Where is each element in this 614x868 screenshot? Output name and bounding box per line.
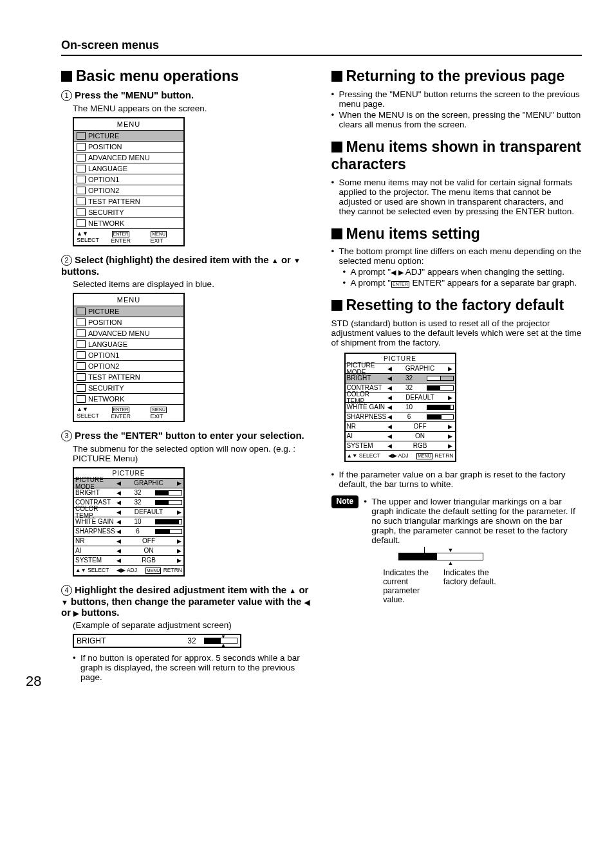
menu-item-icon (77, 154, 86, 162)
up-triangle-icon: ▲ (272, 257, 279, 264)
menu-item: POSITION (74, 317, 183, 328)
step4-note: •If no button is operated for approx. 5 … (73, 653, 312, 682)
returning-title: Returning to the previous page (331, 68, 582, 86)
picture-row: AI◀ON▶ (74, 546, 183, 555)
right-triangle-icon: ▶ (73, 609, 79, 617)
menu-item: NETWORK (74, 217, 183, 228)
section-header: On-screen menus (61, 39, 582, 56)
menu-item-icon (77, 187, 86, 194)
picture-menu-screenshot-2: PICTURE PICTURE MODE◀GRAPHIC▶BRIGHT◀32CO… (344, 353, 456, 462)
menu-item: SECURITY (74, 207, 183, 217)
menu-item: TEST PATTERN (74, 371, 183, 382)
picture-row: SYSTEM◀RGB▶ (74, 555, 183, 565)
step1-desc: The MENU appears on the screen. (73, 104, 312, 113)
menu-item: NETWORK (74, 393, 183, 404)
transparent-title: Menu items shown in transparent characte… (331, 138, 582, 174)
menu-item: POSITION (74, 141, 183, 152)
resetting-para: STD (standard) button is used to reset a… (331, 319, 582, 347)
menu-item-label: OPTION1 (88, 176, 119, 183)
menu-item: LANGUAGE (74, 163, 183, 174)
picture-row: COLOR TEMP.◀DEFAULT▶ (74, 507, 183, 517)
page-number: 28 (26, 673, 41, 690)
menu-item-label: OPTION2 (88, 362, 119, 370)
menu-item-label: NETWORK (88, 395, 124, 403)
menu-item-icon (77, 362, 86, 370)
basic-menu-title: Basic menu operations (61, 68, 312, 86)
picture-row: WHITE GAIN◀10 (346, 402, 455, 412)
step3-head: 3Press the "ENTER" button to enter your … (61, 430, 312, 441)
picture-row: SHARPNESS◀6 (346, 412, 455, 421)
picture-row: COLOR TEMP.◀DEFAULT▶ (346, 392, 455, 402)
left-triangle-icon: ◀ (391, 268, 396, 276)
right-triangle-icon: ▶ (398, 268, 404, 276)
right-column: Returning to the previous page •Pressing… (331, 68, 582, 683)
menu-item-label: OPTION2 (88, 187, 119, 194)
menu-screenshot-2: MENU PICTUREPOSITIONADVANCED MENULANGUAG… (73, 293, 185, 422)
menu-item: PICTURE (74, 306, 183, 317)
menu-item-label: TEST PATTERN (88, 198, 140, 205)
down-triangle-icon: ▼ (448, 547, 454, 553)
menu-item-label: SECURITY (88, 208, 124, 216)
step4-head: 4Highlight the desired adjustment item w… (61, 584, 312, 618)
menu-item-icon (77, 384, 86, 392)
menu-item: OPTION1 (74, 349, 183, 360)
menu-item-icon (77, 165, 86, 172)
up-triangle-icon: ▲ (289, 587, 296, 595)
menu-item-icon (77, 208, 86, 216)
picture-row: NR◀OFF▶ (74, 536, 183, 546)
menu-item-label: ADVANCED MENU (88, 329, 150, 337)
menu-item: OPTION2 (74, 360, 183, 371)
menu-item: TEST PATTERN (74, 196, 183, 207)
picture-row: NR◀OFF▶ (346, 421, 455, 431)
resetting-title: Resetting to the factory default (331, 297, 582, 315)
menu-item-label: ADVANCED MENU (88, 154, 150, 162)
up-triangle-icon: ▲ (448, 560, 454, 566)
step2-desc: Selected items are displayed in blue. (73, 279, 312, 289)
menu-item-icon (77, 395, 86, 403)
left-column: Basic menu operations 1Press the "MENU" … (61, 68, 312, 683)
down-triangle-icon: ▼ (61, 598, 68, 606)
menu-item-icon (77, 373, 86, 381)
down-triangle-icon: ▼ (293, 257, 301, 264)
menu-item: ADVANCED MENU (74, 328, 183, 338)
picture-row: PICTURE MODE◀GRAPHIC▶ (74, 479, 183, 488)
menu-item: ADVANCED MENU (74, 152, 183, 163)
menu-item-label: SECURITY (88, 384, 124, 392)
step3-desc: The submenu for the selected option will… (73, 444, 312, 463)
menu-item-label: LANGUAGE (88, 340, 127, 348)
adjust-screenshot: BRIGHT 32 ▼▲ (73, 634, 241, 648)
menu-item-icon (77, 143, 86, 151)
picture-row: PICTURE MODE◀GRAPHIC▶ (346, 364, 455, 373)
menu-item-label: NETWORK (88, 219, 124, 227)
menu-item-icon (77, 351, 86, 359)
note-badge: Note (331, 495, 359, 508)
menu-item-label: OPTION1 (88, 351, 119, 359)
picture-menu-screenshot-1: PICTURE PICTURE MODE◀GRAPHIC▶BRIGHT◀32CO… (73, 467, 185, 577)
step1-number: 1 (61, 90, 72, 101)
items-setting-title: Menu items setting (331, 225, 582, 243)
bar-graph-diagram: ▼ ▲ Indicates the current parameter valu… (383, 553, 499, 604)
note-box: Note •The upper and lower triangular mar… (331, 495, 582, 608)
picture-row: BRIGHT◀32 (346, 373, 455, 383)
menu-item-icon (77, 340, 86, 348)
menu-item-icon (77, 319, 86, 326)
menu-item-label: PICTURE (88, 132, 119, 140)
step2-head: 2Select (highlight) the desired item wit… (61, 254, 312, 277)
menu-item-icon (77, 308, 86, 315)
menu-item-label: PICTURE (88, 308, 119, 315)
picture-row: SHARPNESS◀6 (74, 526, 183, 536)
menu-item-icon (77, 176, 86, 183)
menu-item: PICTURE (74, 131, 183, 141)
menu-item-label: LANGUAGE (88, 165, 127, 172)
left-triangle-icon: ◀ (304, 598, 310, 606)
menu-item-label: POSITION (88, 143, 122, 151)
menu-item: SECURITY (74, 382, 183, 393)
menu-item: OPTION2 (74, 185, 183, 196)
step1-head: 1Press the "MENU" button. (61, 89, 312, 101)
picture-row: AI◀ON▶ (346, 431, 455, 441)
menu-item: LANGUAGE (74, 338, 183, 349)
menu-screenshot-1: MENU PICTUREPOSITIONADVANCED MENULANGUAG… (73, 117, 185, 246)
menu-item-icon (77, 219, 86, 227)
menu-item-label: POSITION (88, 319, 122, 326)
picture-row: BRIGHT◀32 (74, 488, 183, 497)
